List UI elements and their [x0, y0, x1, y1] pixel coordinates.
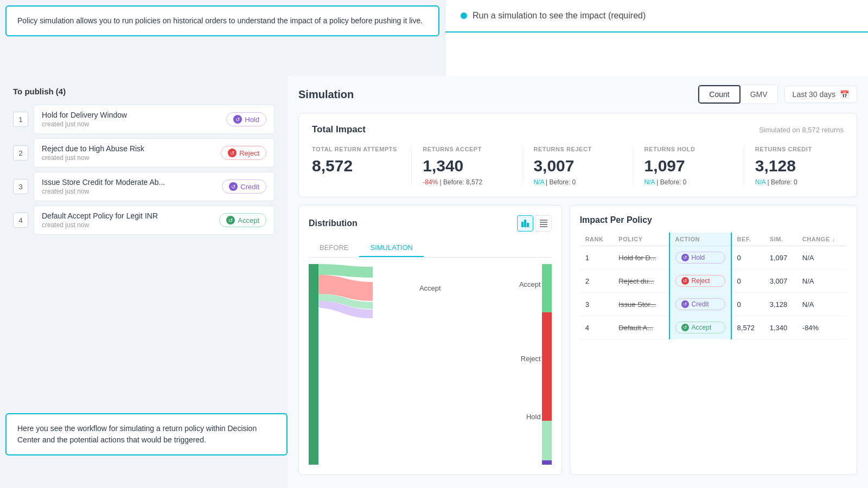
impact-subtitle: Simulated on 8,572 returns	[759, 126, 844, 134]
flow-label-right-reject: Reject	[521, 355, 541, 363]
simulation-header: Simulation Count GMV Last 30 days 📅	[298, 85, 857, 104]
policy-num-2: 2	[13, 145, 28, 160]
bef-2: 0	[731, 269, 764, 293]
badge-label-1: Hold	[245, 115, 259, 124]
stat-label-0: Total Return Attempts	[312, 146, 400, 152]
stat-returns-reject: Returns Reject 3,007 N/A | Before: 0	[533, 146, 633, 186]
count-button[interactable]: Count	[698, 85, 740, 104]
badge-credit-3: ↺ Credit	[222, 179, 266, 194]
col-rank: RANK	[580, 233, 614, 246]
table-row: 1 Hold for D... ↺ Hold 0 1,097 N/A	[580, 246, 847, 269]
distribution-panel-title: Distribution	[309, 215, 552, 232]
action-badge-accept-4: ↺ Accept	[675, 322, 725, 333]
top-banner-text: Policy simulation allows you to run poli…	[17, 16, 423, 25]
simulation-title: Simulation	[298, 88, 354, 101]
policy-row: 3 Issue Store Credit for Moderate Ab... …	[13, 172, 275, 201]
change-1: N/A	[797, 246, 847, 269]
chart-view-button[interactable]	[517, 215, 533, 232]
policy-num-1: 1	[13, 112, 28, 127]
stat-label-2: Returns Reject	[533, 146, 622, 152]
simulation-tab[interactable]: SIMULATION	[359, 239, 424, 257]
table-body: 1 Hold for D... ↺ Hold 0 1,097 N/A	[580, 246, 847, 339]
na-text-3: N/A	[644, 178, 655, 186]
change-2: N/A	[797, 269, 847, 293]
before-tab[interactable]: BEFORE	[309, 239, 359, 257]
svg-rect-6	[540, 226, 547, 227]
action-badge-credit-3: ↺ Credit	[675, 298, 725, 310]
credit-dot-icon: ↺	[229, 182, 238, 191]
bef-4: 8,572	[731, 316, 764, 339]
total-impact-card: Total Impact Simulated on 8,572 returns …	[298, 113, 857, 197]
table-row: 3 Issue Stor... ↺ Credit 0 3,128 N/A	[580, 293, 847, 316]
badge-reject-2: ↺ Reject	[221, 146, 266, 160]
stat-label-1: Returns Accept	[423, 146, 511, 152]
simulation-prompt: Run a simulation to see the impact (requ…	[445, 0, 868, 33]
sankey-right-reject	[542, 312, 552, 421]
policy-4: Default A...	[613, 316, 669, 339]
policy-list: 1 Hold for Delivery Window created just …	[13, 105, 275, 235]
stat-value-0: 8,572	[312, 157, 400, 175]
rank-1: 1	[580, 246, 614, 269]
reject-dot-icon: ↺	[228, 149, 237, 157]
rank-4: 4	[580, 316, 614, 339]
action-badge-reject-2: ↺ Reject	[675, 275, 725, 287]
action-4: ↺ Accept	[669, 316, 731, 339]
action-1: ↺ Hold	[669, 246, 731, 269]
policy-card-4[interactable]: Default Accept Policy for Legit INR crea…	[34, 206, 275, 235]
policy-card-info-4: Default Accept Policy for Legit INR crea…	[42, 211, 158, 229]
sim-controls: Count GMV Last 30 days 📅	[698, 85, 857, 104]
flow-label-right-hold: Hold	[526, 413, 541, 421]
policy-card-info-1: Hold for Delivery Window created just no…	[42, 111, 127, 128]
impact-title: Total Impact	[312, 124, 366, 135]
policy-2: Reject du...	[613, 269, 669, 293]
policy-card-info-3: Issue Store Credit for Moderate Ab... cr…	[42, 178, 165, 195]
sim-3: 3,128	[764, 293, 797, 316]
before-text-4: | Before: 0	[768, 178, 797, 186]
impact-per-policy-title-text: Impact Per Policy	[580, 215, 652, 225]
stat-value-3: 1,097	[644, 157, 733, 175]
policy-row: 2 Reject due to High Abuse Risk created …	[13, 138, 275, 168]
policy-sub-4: created just now	[42, 221, 158, 229]
to-publish-title: To publish (4)	[13, 87, 275, 96]
svg-rect-4	[540, 222, 547, 223]
policy-card-1[interactable]: Hold for Delivery Window created just no…	[34, 105, 275, 134]
sankey-right-hold	[542, 421, 552, 460]
table-view-button[interactable]	[535, 215, 552, 232]
sankey-left-bar	[309, 264, 318, 465]
count-gmv-toggle[interactable]: Count GMV	[698, 85, 777, 104]
distribution-view-toggle[interactable]	[517, 215, 552, 232]
sim-4: 1,340	[764, 316, 797, 339]
stat-returns-hold: Returns Hold 1,097 N/A | Before: 0	[644, 146, 744, 186]
stat-sub-2: N/A | Before: 0	[533, 178, 622, 186]
policy-3: Issue Stor...	[613, 293, 669, 316]
badge-label-4: Accept	[238, 216, 259, 224]
svg-rect-1	[524, 220, 526, 227]
distribution-title-text: Distribution	[309, 219, 358, 228]
na-text-4: N/A	[755, 178, 765, 186]
distribution-tabs[interactable]: BEFORE SIMULATION	[309, 239, 552, 258]
policy-card-3[interactable]: Issue Store Credit for Moderate Ab... cr…	[34, 172, 275, 201]
table-row: 2 Reject du... ↺ Reject 0 3,007 N/A	[580, 269, 847, 293]
stat-value-2: 3,007	[533, 157, 622, 175]
policy-card-2[interactable]: Reject due to High Abuse Risk created ju…	[34, 138, 275, 168]
policy-name-4: Default Accept Policy for Legit INR	[42, 211, 158, 220]
date-selector[interactable]: Last 30 days 📅	[784, 86, 857, 103]
svg-rect-0	[521, 222, 524, 227]
svg-rect-5	[540, 224, 547, 225]
before-text-1: | Before: 8,572	[440, 178, 483, 186]
policy-row: 4 Default Accept Policy for Legit INR cr…	[13, 206, 275, 235]
action-badge-hold-1: ↺ Hold	[675, 252, 725, 264]
policy-num-3: 3	[13, 179, 28, 194]
svg-rect-3	[540, 220, 547, 221]
stat-sub-1: -84% | Before: 8,572	[423, 178, 511, 186]
reject-icon-2: ↺	[681, 277, 689, 285]
impact-per-policy-title: Impact Per Policy	[580, 215, 847, 225]
policy-sub-3: created just now	[42, 188, 165, 195]
gmv-button[interactable]: GMV	[741, 85, 777, 104]
sankey-right-bar	[542, 264, 552, 465]
stat-label-4: Returns Credit	[755, 146, 844, 152]
sankey-right-credit	[542, 460, 552, 465]
prompt-dot-icon	[461, 12, 467, 19]
policy-sub-1: created just now	[42, 120, 127, 128]
distribution-panel: Distribution	[298, 205, 562, 475]
